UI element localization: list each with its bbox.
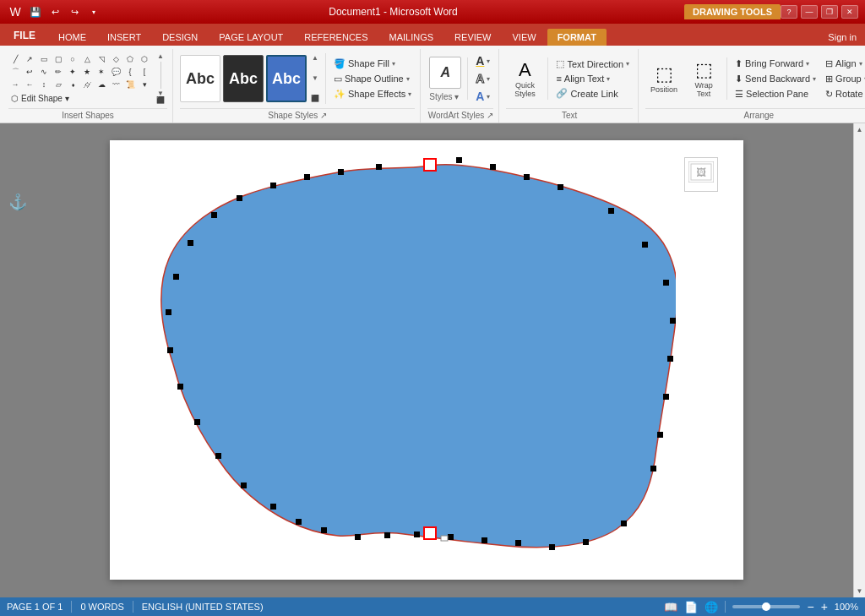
send-backward-caret[interactable]: ▾ [813,75,816,83]
shape-cloud[interactable]: ☁ [95,79,108,90]
group-btn[interactable]: ⊞ Group ▾ [822,72,865,86]
text-outline-btn[interactable]: A ▾ [472,70,493,87]
shape-curve[interactable]: ∿ [37,66,51,78]
shape-pentagon[interactable]: ⬠ [123,53,137,65]
scroll-down-arrow[interactable]: ▼ [854,585,865,597]
shape-outline-btn[interactable]: ▭ Shape Outline ▾ [330,72,415,86]
text-fill-caret[interactable]: ▾ [487,57,490,65]
blob-shape[interactable] [135,149,676,563]
rotate-btn[interactable]: ↻ Rotate ▾ [822,87,865,101]
shape-outline-caret[interactable]: ▾ [406,75,410,83]
shape-styles-dialog-launcher[interactable]: ↗ [320,111,327,120]
create-link-btn[interactable]: 🔗 Create Link [552,86,633,101]
tab-insert[interactable]: INSERT [97,29,151,46]
zoom-in-btn[interactable]: + [821,600,828,613]
shape-more[interactable]: ▾ [138,79,151,90]
text-direction-btn[interactable]: ⬚ Text Direction ▾ [552,57,633,71]
tab-view[interactable]: VIEW [503,29,547,46]
tab-design[interactable]: DESIGN [152,29,208,46]
tab-mailings[interactable]: MAILINGS [379,29,444,46]
selection-pane-btn[interactable]: ☰ Selection Pane [732,87,819,101]
dropdown-btn[interactable]: ▾ [85,4,102,19]
close-button[interactable]: ✕ [841,5,858,19]
shape-rtarrow[interactable]: → [8,79,22,90]
position-btn[interactable]: ⬚ Position [645,55,683,102]
save-btn[interactable]: 💾 [27,4,44,19]
sign-in-link[interactable]: Sign in [819,29,865,46]
shape-ltarrow[interactable]: ← [23,79,36,90]
help-button[interactable]: ? [781,5,797,19]
tab-home[interactable]: HOME [48,29,96,46]
wordart-dialog-launcher[interactable]: ↗ [487,111,493,120]
shape-fill-btn[interactable]: 🪣 Shape Fill ▾ [330,57,415,71]
shape-brace[interactable]: { [123,66,137,78]
shape-freeform[interactable]: ✏ [52,66,65,78]
shape-star5[interactable]: ★ [80,66,94,78]
shape-effects-btn[interactable]: ✨ Shape Effects ▾ [330,87,415,101]
send-backward-btn[interactable]: ⬇ Send Backward ▾ [732,72,819,86]
quick-styles-btn[interactable]: A QuickStyles [506,55,543,102]
text-effects-caret[interactable]: ▾ [487,93,490,101]
shape-style-white[interactable]: Abc [180,55,220,102]
text-effects-btn[interactable]: A ▾ [472,88,493,105]
shape-star4[interactable]: ✦ [66,66,79,78]
shape-decision[interactable]: ⬧ [66,79,79,90]
align-text-caret[interactable]: ▾ [607,75,610,83]
tab-page-layout[interactable]: PAGE LAYOUT [209,29,293,46]
print-layout-icon[interactable]: 📄 [684,601,698,613]
restore-button[interactable]: ❐ [821,5,838,19]
edit-shape-btn[interactable]: ⬡ Edit Shape ▾ [8,93,72,104]
shape-rtriangle[interactable]: ◹ [95,53,108,65]
wordart-style1[interactable]: A [429,57,461,89]
shape-star6[interactable]: ✶ [95,66,108,78]
undo-btn[interactable]: ↩ [46,4,63,19]
window-controls[interactable]: ? — ❐ ✕ [781,5,858,19]
zoom-thumb[interactable] [762,602,770,611]
wordart-styles-label[interactable]: Styles ▾ [429,92,461,101]
shapes-dropdown[interactable]: ⬛ [156,97,165,104]
shape-hexagon[interactable]: ⬡ [138,53,151,65]
shape-fill-caret[interactable]: ▾ [392,60,395,68]
align-btn[interactable]: ⊟ Align ▾ [822,57,865,71]
bring-forward-caret[interactable]: ▾ [806,60,809,68]
shape-line[interactable]: ╱ [8,53,22,65]
web-layout-icon[interactable]: 🌐 [705,601,718,613]
shape-dbarrow[interactable]: ↕ [37,79,51,90]
tab-references[interactable]: REFERENCES [294,29,378,46]
shape-effects-caret[interactable]: ▾ [408,90,411,98]
read-mode-icon[interactable]: 📖 [664,601,677,613]
vertical-scrollbar[interactable]: ▲ ▼ [853,123,865,597]
text-fill-btn[interactable]: A ▾ [472,52,493,69]
shape-style-blue[interactable]: Abc [266,55,307,102]
shape-arc[interactable]: ⌒ [8,66,22,78]
style-scroll-up[interactable]: ▲ [312,55,318,62]
tab-file[interactable]: FILE [2,25,47,46]
align-text-btn[interactable]: ≡ Align Text ▾ [552,72,633,85]
align-caret[interactable]: ▾ [859,60,862,68]
shape-rect[interactable]: ▭ [37,53,51,65]
shape-bracket[interactable]: [ [138,66,151,78]
text-outline-caret[interactable]: ▾ [487,75,490,83]
styles-scroll[interactable]: ▲ ▼ ⬛ [309,55,321,102]
shape-process[interactable]: ▱ [52,79,65,90]
bring-forward-btn[interactable]: ⬆ Bring Forward ▾ [732,57,819,71]
shapes-scroll-up[interactable]: ▲ [157,53,164,60]
zoom-out-btn[interactable]: − [807,600,813,613]
shape-wave[interactable]: 〰 [109,79,122,90]
scroll-up-arrow[interactable]: ▲ [854,123,865,136]
wrap-text-btn[interactable]: ⬚ WrapText [685,55,722,102]
zoom-slider[interactable] [732,605,800,608]
shape-triangle[interactable]: △ [80,53,94,65]
shape-callout[interactable]: 💬 [109,66,122,78]
shape-ellipse[interactable]: ○ [66,53,79,65]
shape-style-dark[interactable]: Abc [223,55,264,102]
redo-btn[interactable]: ↪ [66,4,83,19]
shape-cylinder[interactable]: ⌭ [80,79,94,90]
shape-arrow[interactable]: ↗ [23,53,36,65]
quick-access-toolbar[interactable]: 💾 ↩ ↪ ▾ [27,4,102,19]
style-scroll-down[interactable]: ▼ [312,75,318,82]
tab-format[interactable]: FORMAT [547,29,607,46]
shape-scroll[interactable]: 📜 [123,79,137,90]
shape-round-rect[interactable]: ▢ [52,53,65,65]
shape-bend[interactable]: ↩ [23,66,36,78]
